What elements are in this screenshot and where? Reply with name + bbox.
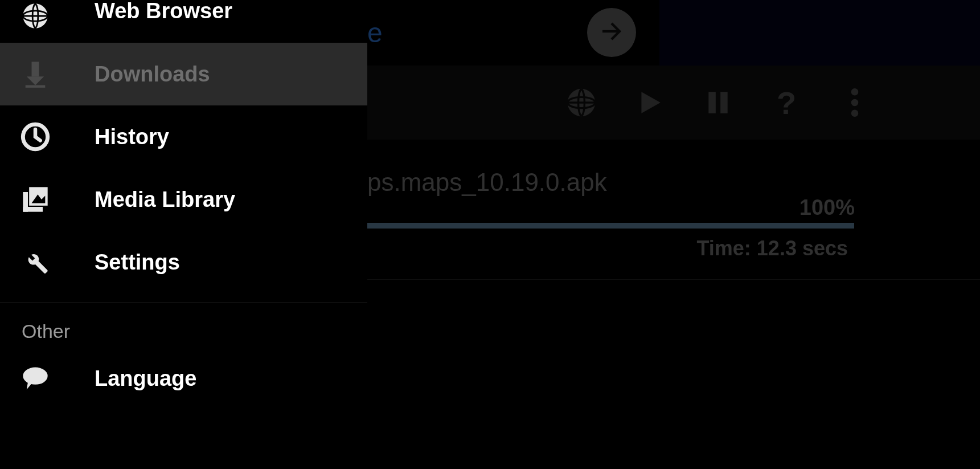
svg-rect-4 [708,92,716,113]
help-icon[interactable]: ? [769,85,803,120]
svg-rect-11 [32,62,39,76]
svg-point-7 [851,99,859,107]
drawer-item-language[interactable]: Language [0,347,367,410]
svg-marker-12 [27,76,44,85]
drawer-item-history[interactable]: History [0,105,367,168]
url-text-fragment: e [367,17,383,48]
globe-icon[interactable] [564,85,598,120]
arrow-right-icon [598,18,625,47]
svg-point-19 [23,368,47,385]
download-progress-bar [367,223,854,229]
download-icon [18,57,52,91]
drawer-item-label: Settings [95,250,180,275]
drawer-item-label: Language [95,366,196,391]
drawer-item-label: Web Browser [95,0,232,23]
download-filename: ps.maps_10.19.0.apk [367,168,607,197]
download-percent: 100% [799,195,855,220]
svg-rect-13 [26,85,46,88]
drawer-item-label: Downloads [95,62,210,87]
pause-icon[interactable] [701,85,735,120]
drawer-section-other: Other [0,303,367,347]
svg-point-6 [851,88,859,96]
svg-point-8 [851,110,859,117]
top-right-panel [659,0,980,66]
more-vert-icon[interactable] [838,85,872,120]
drawer-item-label: History [95,125,169,149]
play-icon[interactable] [633,85,667,120]
photo-library-icon [18,182,52,217]
go-button[interactable] [587,8,636,57]
svg-rect-16 [23,207,43,212]
drawer-item-web-browser[interactable]: Web Browser [0,0,367,43]
svg-rect-5 [720,92,728,113]
svg-marker-3 [641,92,660,113]
chat-icon [18,361,52,395]
clock-icon [18,120,52,154]
drawer-item-downloads[interactable]: Downloads [0,43,367,105]
drawer-item-label: Media Library [95,187,235,212]
drawer-item-settings[interactable]: Settings [0,231,367,293]
download-time: Time: 12.3 secs [696,236,848,260]
wrench-icon [18,245,52,279]
globe-icon [18,0,52,33]
navigation-drawer: Web Browser Downloads History [0,0,367,469]
drawer-item-media-library[interactable]: Media Library [0,168,367,231]
